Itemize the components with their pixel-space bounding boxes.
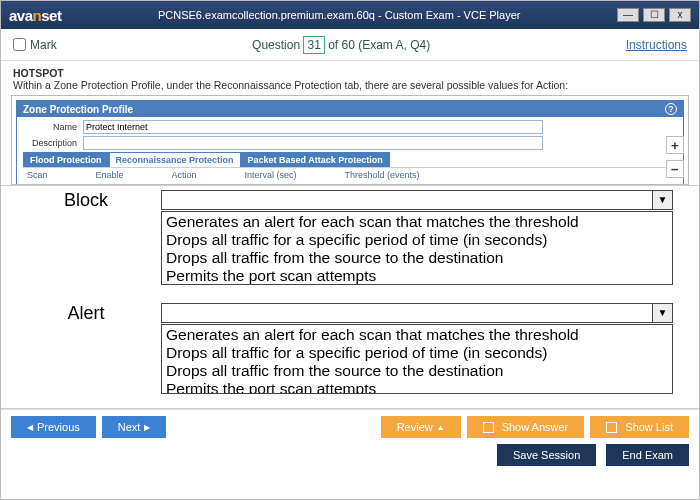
tab-flood[interactable]: Flood Protection (23, 152, 109, 167)
minimize-button[interactable]: — (617, 8, 639, 22)
zoom-in-button[interactable]: + (666, 136, 684, 154)
name-input[interactable] (83, 120, 543, 134)
chevron-down-icon: ▼ (652, 304, 672, 322)
block-option[interactable]: Generates an alert for each scan that ma… (166, 213, 668, 231)
block-option[interactable]: Drops all traffic for a specific period … (166, 231, 668, 249)
alert-label: Alert (11, 303, 161, 394)
alert-option[interactable]: Generates an alert for each scan that ma… (166, 326, 668, 344)
question-number: 31 (303, 36, 324, 54)
tab-reconnaissance[interactable]: Reconnaissance Protection (109, 152, 241, 167)
block-label: Block (11, 190, 161, 285)
name-label: Name (23, 122, 83, 132)
prompt-body: Within a Zone Protection Profile, under … (13, 79, 687, 91)
block-option[interactable]: Permits the port scan attempts (166, 267, 668, 285)
mark-checkbox[interactable] (13, 38, 26, 51)
prompt-header: HOTSPOT (13, 67, 687, 79)
zpp-title: Zone Protection Profile (23, 104, 133, 115)
review-button[interactable]: Review ▲ (381, 416, 461, 438)
col-threshold: Threshold (events) (345, 170, 420, 180)
help-icon[interactable]: ? (665, 103, 677, 115)
end-exam-button[interactable]: End Exam (606, 444, 689, 466)
question-label: Question (252, 38, 300, 52)
zoom-out-button[interactable]: − (666, 160, 684, 178)
instructions-link[interactable]: Instructions (626, 38, 687, 52)
question-of: of 60 (Exam A, Q4) (325, 38, 430, 52)
chevron-down-icon: ▼ (652, 191, 672, 209)
previous-button[interactable]: ◀Previous (11, 416, 96, 438)
alert-option[interactable]: Drops all traffic for a specific period … (166, 344, 668, 362)
col-interval: Interval (sec) (245, 170, 297, 180)
block-option[interactable]: Drops all traffic from the source to the… (166, 249, 668, 267)
alert-option[interactable]: Drops all traffic from the source to the… (166, 362, 668, 380)
desc-input[interactable] (83, 136, 543, 150)
desc-label: Description (23, 138, 83, 148)
maximize-button[interactable]: ☐ (643, 8, 665, 22)
next-button[interactable]: Next▶ (102, 416, 167, 438)
show-list-button[interactable]: Show List (590, 416, 689, 438)
block-dropdown[interactable]: ▼ (161, 190, 673, 210)
brand-logo: avanset (9, 7, 61, 24)
window-title: PCNSE6.examcollection.premium.exam.60q -… (61, 9, 617, 21)
col-scan: Scan (27, 170, 48, 180)
tab-packet[interactable]: Packet Based Attack Protection (241, 152, 390, 167)
col-action: Action (172, 170, 197, 180)
save-session-button[interactable]: Save Session (497, 444, 596, 466)
alert-dropdown[interactable]: ▼ (161, 303, 673, 323)
mark-label: Mark (30, 38, 57, 52)
col-enable: Enable (96, 170, 124, 180)
close-button[interactable]: x (669, 8, 691, 22)
show-answer-button[interactable]: Show Answer (467, 416, 585, 438)
alert-option[interactable]: Permits the port scan attempts (166, 380, 668, 394)
